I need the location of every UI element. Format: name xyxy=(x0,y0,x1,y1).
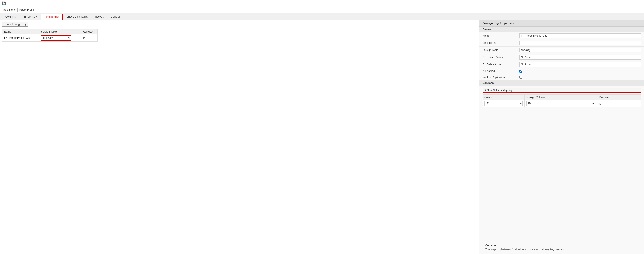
col-mapping-header-column: Column xyxy=(483,95,524,100)
foreign-table-select[interactable]: dbo.City dbo.Address dbo.Country xyxy=(41,35,71,40)
rp-label-on-update-action: On Update Action xyxy=(482,56,519,59)
table-row: FK_PersonProfile_City dbo.City dbo.Addre… xyxy=(2,34,98,42)
col-mapping-foreign-column-cell: ID xyxy=(524,100,597,107)
rp-label-name: Name xyxy=(482,34,519,37)
tab-columns[interactable]: Columns xyxy=(2,14,19,20)
remove-fk-button[interactable]: 🗑 xyxy=(83,36,86,40)
fk-name-cell: FK_PersonProfile_City xyxy=(2,34,39,42)
right-panel: Foreign Key Properties General Name Desc… xyxy=(479,20,644,254)
rp-value-foreign-table: dbo.City xyxy=(519,48,641,52)
col-mapping-foreign-column-select[interactable]: ID xyxy=(526,101,595,106)
rp-row-on-delete-action: On Delete Action No Action xyxy=(480,61,644,68)
table-name-row: Table name xyxy=(0,6,644,14)
rp-footer-text: Columns The mapping between foreign key … xyxy=(485,244,565,251)
rp-input-name[interactable] xyxy=(519,34,641,38)
tab-general[interactable]: General xyxy=(107,14,123,20)
left-panel: + New Foreign Key Name Foreign Table Rem… xyxy=(0,20,479,254)
rp-label-foreign-table: Foreign Table xyxy=(482,48,519,52)
col-mapping-remove-cell: 🗑 xyxy=(597,100,641,107)
table-name-label: Table name xyxy=(2,8,16,11)
new-foreign-key-button[interactable]: + New Foreign Key xyxy=(2,22,28,27)
col-mapping-column-select[interactable]: ID xyxy=(484,101,522,106)
rp-columns-section-header: Columns xyxy=(480,80,644,86)
tab-indexes[interactable]: Indexes xyxy=(91,14,107,20)
rp-value-on-delete-action: No Action xyxy=(519,62,641,67)
tabs-bar: Columns Primary Key Foreign Keys Check C… xyxy=(0,14,644,20)
rp-row-on-update-action: On Update Action No Action xyxy=(480,54,644,61)
col-mapping-column-cell: ID xyxy=(483,100,524,107)
rp-footer-desc: The mapping between foreign key columns … xyxy=(485,248,565,251)
tab-check-constraints[interactable]: Check Constraints xyxy=(63,14,91,20)
col-mapping-header-foreign-column: Foreign Column xyxy=(524,95,597,100)
top-bar: 💾 xyxy=(0,0,644,6)
rp-value-on-update-action: No Action xyxy=(519,55,641,60)
save-icon: 💾 xyxy=(2,1,6,5)
col-header-remove: Remove xyxy=(81,29,98,34)
rp-input-description[interactable] xyxy=(519,40,641,45)
rp-row-description: Description xyxy=(480,40,644,46)
rp-row-is-enabled: Is Enabled xyxy=(480,68,644,74)
col-mapping-table: Column Foreign Column Remove ID ID xyxy=(482,94,641,107)
rp-header: Foreign Key Properties xyxy=(480,20,644,27)
rp-properties: Name Description Foreign Table dbo.City … xyxy=(480,32,644,80)
rp-label-is-enabled: Is Enabled xyxy=(482,70,519,72)
fk-foreign-table-cell: dbo.City dbo.Address dbo.Country xyxy=(39,34,81,42)
rp-checkbox-is-enabled[interactable] xyxy=(519,70,522,72)
tab-primary-key[interactable]: Primary Key xyxy=(19,14,40,20)
rp-row-not-for-replication: Not For Replication xyxy=(480,74,644,80)
col-mapping-row: ID ID 🗑 xyxy=(483,100,641,107)
rp-label-on-delete-action: On Delete Action xyxy=(482,63,519,66)
rp-footer: ℹ Columns The mapping between foreign ke… xyxy=(480,241,644,254)
col-mapping-header-remove: Remove xyxy=(597,95,641,100)
rp-footer-info: ℹ Columns The mapping between foreign ke… xyxy=(482,244,641,251)
rp-row-name: Name xyxy=(480,32,644,40)
rp-footer-title: Columns xyxy=(485,244,565,247)
new-column-mapping-button[interactable]: + New Column Mapping xyxy=(482,88,641,93)
tab-foreign-keys[interactable]: Foreign Keys xyxy=(40,14,63,20)
col-header-name: Name xyxy=(2,29,39,34)
col-header-foreign-table: Foreign Table xyxy=(39,29,81,34)
rp-label-not-for-replication: Not For Replication xyxy=(482,76,519,79)
info-icon: ℹ xyxy=(482,244,484,248)
content-area: + New Foreign Key Name Foreign Table Rem… xyxy=(0,20,644,254)
rp-row-foreign-table: Foreign Table dbo.City xyxy=(480,46,644,54)
table-name-input[interactable] xyxy=(17,8,52,12)
rp-label-description: Description xyxy=(482,42,519,44)
rp-checkbox-not-for-replication[interactable] xyxy=(519,76,522,79)
rp-general-section-header: General xyxy=(480,27,644,32)
fk-remove-cell: 🗑 xyxy=(81,34,98,42)
fk-table: Name Foreign Table Remove FK_PersonProfi… xyxy=(2,29,98,42)
remove-col-mapping-button[interactable]: 🗑 xyxy=(599,102,602,105)
